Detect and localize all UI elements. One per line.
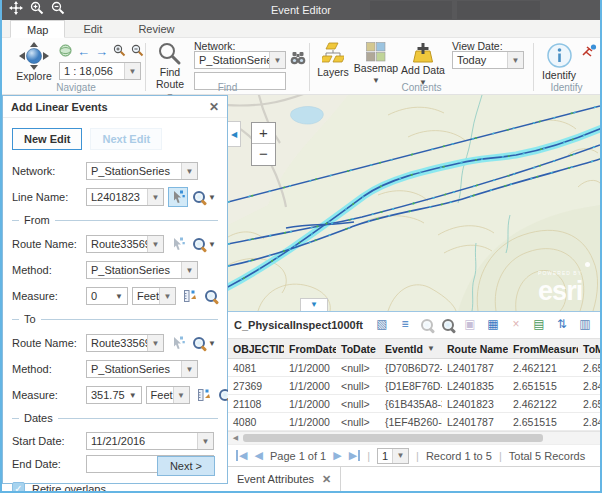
ribbon-zoom-in-icon[interactable] <box>113 44 126 59</box>
column-header[interactable]: EventId▼ <box>380 343 442 355</box>
ribbon-zoom-out-icon[interactable] <box>131 44 144 59</box>
zoom-to-to-route-button[interactable]: ▼ <box>192 336 216 350</box>
event-attributes-tab[interactable]: Event Attributes ✕ <box>228 467 341 491</box>
table-row[interactable]: 40801/1/2000<null>{1EF4B260-FL24017872.6… <box>228 413 600 431</box>
magnifier-icon <box>192 190 206 204</box>
column-header[interactable]: ToMeasure <box>578 343 602 355</box>
report-icon[interactable]: ▥ <box>577 317 593 333</box>
to-method-combobox[interactable]: P_StationSeries▼ <box>86 360 198 378</box>
zoom-to-selected-icon[interactable] <box>420 318 434 332</box>
first-page-button[interactable]: ◀ <box>236 450 247 461</box>
full-extent-icon[interactable] <box>59 44 72 59</box>
close-tab-icon[interactable]: ✕ <box>322 473 331 486</box>
next-extent-icon[interactable]: → <box>95 46 108 58</box>
view-date-combobox[interactable]: Today▼ <box>452 51 524 69</box>
tab-map[interactable]: Map <box>10 20 65 38</box>
table-tabstrip: Event Attributes ✕ <box>228 466 600 491</box>
field-calculator-icon[interactable]: ▦ <box>485 317 501 333</box>
network-combobox[interactable]: P_StationSeries▼ <box>86 162 198 180</box>
find-route-button[interactable]: Find Route ▼ <box>150 42 190 102</box>
zoom-in-icon[interactable] <box>30 1 44 19</box>
scroll-left-arrow[interactable]: ◀ <box>230 432 241 444</box>
new-edit-button[interactable]: New Edit <box>12 128 82 150</box>
map-scale-combobox[interactable]: 1 : 18,056▼ <box>59 62 141 80</box>
from-measure-combobox[interactable]: 0▼ <box>86 287 128 305</box>
panel-close-icon[interactable]: ✕ <box>209 100 219 114</box>
zoom-to-line-button[interactable]: ▼ <box>192 190 216 204</box>
zoom-out-icon[interactable] <box>51 1 65 19</box>
ribbon-tabstrip: Map Edit Review <box>2 20 600 38</box>
record-total: Total 5 Records <box>509 450 585 462</box>
map-view[interactable]: + − ◀ ▼ POWERED BY esri <box>228 95 600 311</box>
next-edit-button[interactable]: Next Edit <box>90 128 162 150</box>
start-date-label: Start Date: <box>12 435 82 447</box>
basemap-button[interactable]: Basemap ▼ <box>354 42 398 86</box>
column-header[interactable]: FromMeasure <box>508 343 578 355</box>
to-measure-unit-combobox[interactable]: Feet▼ <box>146 386 190 404</box>
save-edits-icon[interactable]: ▣ <box>462 317 478 333</box>
esri-logo: esri <box>538 276 582 306</box>
esri-attribution: POWERED BY esri <box>538 262 590 305</box>
layers-button[interactable]: Layers <box>314 42 352 78</box>
line-name-combobox[interactable]: L2401823▼ <box>86 188 164 206</box>
select-from-measure-icon[interactable] <box>180 286 200 306</box>
column-header[interactable]: FromDate <box>284 343 336 355</box>
previous-page-button[interactable]: ◀ <box>254 450 262 461</box>
zoom-to-from-measure-button[interactable] <box>204 289 218 303</box>
identify-button[interactable]: Identify <box>538 42 580 81</box>
scrollbar-thumb[interactable] <box>243 434 543 442</box>
to-route-combobox[interactable]: Route33569@Cent▼ <box>86 334 164 352</box>
map-zoom-out-button[interactable]: − <box>252 144 275 165</box>
to-method-label: Method: <box>12 363 82 375</box>
tab-edit[interactable]: Edit <box>65 20 120 37</box>
select-from-route-on-map-button[interactable] <box>168 234 188 254</box>
panel-title: Add Linear Events <box>11 101 108 113</box>
identify-group-label: Identify <box>533 82 600 93</box>
zoom-dropdown-caret: ▼ <box>208 240 216 249</box>
column-header[interactable]: OBJECTID <box>228 343 284 355</box>
column-header[interactable]: ToDate <box>336 343 380 355</box>
collapse-table-arrow[interactable]: ▼ <box>300 298 328 311</box>
record-range: Record 1 to 5 <box>426 450 492 462</box>
map-zoom-in-button[interactable]: + <box>252 123 275 144</box>
table-row[interactable]: 211081/1/2000<null>{61B435A8-3L24018232.… <box>228 395 600 413</box>
ribbon-network-combobox[interactable]: P_StationSeries▼ <box>194 51 286 69</box>
tab-review[interactable]: Review <box>120 20 192 37</box>
next-page-button[interactable]: ▶ <box>333 450 341 461</box>
esri-dot <box>585 262 590 267</box>
find-route-icon <box>158 42 182 66</box>
next-button[interactable]: Next > <box>157 456 215 476</box>
from-measure-unit-combobox[interactable]: Feet▼ <box>132 287 176 305</box>
pan-to-selected-icon[interactable] <box>441 318 455 332</box>
table-row[interactable]: 40811/1/2000<null>{D70B6D72-3L24017872.4… <box>228 359 600 377</box>
select-to-route-on-map-button[interactable] <box>168 333 188 353</box>
titlebar: Event Editor <box>2 0 600 20</box>
export-table-icon[interactable]: ▤ <box>531 317 547 333</box>
table-toolbar: C_PhysicalInspect1000ft ▧ ≡ ▣ ▦ × ▤ ⇅ ▥ … <box>228 312 600 339</box>
previous-extent-icon[interactable]: ← <box>77 46 90 58</box>
from-method-combobox[interactable]: P_StationSeries▼ <box>86 261 198 279</box>
page-select-combobox[interactable]: 1▼ <box>377 448 409 464</box>
from-route-combobox[interactable]: Route33569@Cent▼ <box>86 235 164 253</box>
last-page-button[interactable]: ▶ <box>349 450 360 461</box>
explore-button[interactable]: Explore <box>12 42 56 82</box>
pan-icon[interactable] <box>9 1 23 19</box>
show-selected-records-icon[interactable]: ≡ <box>397 317 413 333</box>
table-row[interactable]: 273691/1/2000<null>{D1E8F76D-FL24018352.… <box>228 377 600 395</box>
zoom-to-from-route-button[interactable]: ▼ <box>192 237 216 251</box>
to-legend: To <box>24 313 36 325</box>
column-header[interactable]: Route Name <box>442 343 508 355</box>
start-date-picker[interactable]: 11/21/2016▼ <box>86 432 214 450</box>
sort-records-icon[interactable]: ⇅ <box>554 317 570 333</box>
select-to-measure-icon[interactable] <box>194 385 214 405</box>
zoom-dropdown-caret: ▼ <box>208 193 216 202</box>
select-line-on-map-button[interactable] <box>168 187 188 207</box>
identify-route-location-icon[interactable] <box>582 44 597 60</box>
to-measure-combobox[interactable]: 351.75▼ <box>86 386 142 404</box>
collapse-panel-arrow[interactable]: ◀ <box>228 121 241 147</box>
retire-overlaps-checkbox[interactable] <box>12 482 25 493</box>
binoculars-icon[interactable] <box>290 51 306 68</box>
horizontal-scrollbar[interactable]: ◀ <box>228 431 600 444</box>
delete-selected-icon[interactable]: × <box>508 317 524 333</box>
selection-options-icon[interactable]: ▧ <box>374 317 390 333</box>
